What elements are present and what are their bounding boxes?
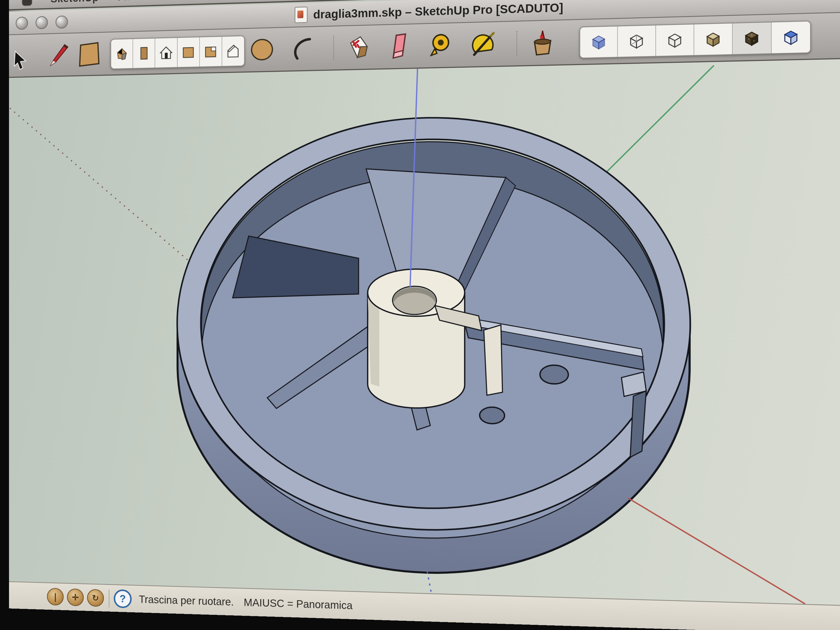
component-icon (346, 33, 371, 62)
eraser-icon (388, 32, 412, 60)
view-right-button[interactable] (177, 37, 200, 67)
window-title: draglia3mm.skp – SketchUp Pro [SCADUTO] (313, 0, 563, 21)
model-3d-scene (9, 58, 840, 606)
model-viewport[interactable] (9, 58, 840, 606)
mouse-cursor (13, 50, 28, 72)
shaded-style-icon (704, 30, 722, 48)
sketchup-document-icon (295, 6, 308, 23)
floor-hole-small (480, 407, 505, 424)
textured-style-icon (743, 29, 761, 47)
rectangle-icon (77, 41, 101, 67)
circle-tool-button[interactable] (249, 35, 274, 64)
hub-keyway-step (484, 325, 503, 396)
front-view-icon (158, 45, 174, 61)
apple-menu-icon[interactable] (22, 0, 32, 6)
circle-icon (249, 36, 274, 63)
status-indicator-3[interactable]: ↻ (87, 589, 104, 607)
statusbar-divider (109, 589, 109, 607)
xray-style-icon (590, 33, 608, 51)
floor-hole-large (540, 365, 568, 384)
view-top-button[interactable] (133, 39, 155, 68)
status-hint-shift: MAIUSC = Panoramica (244, 596, 352, 612)
left-view-icon (226, 43, 241, 59)
top-view-icon (136, 45, 151, 61)
arc-icon (291, 35, 316, 62)
face-style-hidden-line-button[interactable] (656, 24, 694, 56)
protractor-icon (471, 30, 496, 59)
back-view-icon (203, 44, 218, 60)
photo-frame: SketchUp File Modifica Visualizza dragli… (0, 0, 840, 630)
red-axis-negative (10, 104, 205, 276)
monochrome-style-icon (782, 28, 800, 46)
status-indicator-1[interactable]: ❘ (47, 588, 64, 606)
face-style-wireframe-button[interactable] (618, 25, 656, 57)
wireframe-style-icon (628, 32, 645, 50)
iso-view-icon (114, 46, 129, 62)
arc-tool-button[interactable] (291, 34, 316, 63)
view-iso-button[interactable] (111, 39, 133, 69)
sketchup-window: SketchUp File Modifica Visualizza dragli… (9, 0, 840, 630)
make-component-tool-button[interactable] (346, 33, 371, 62)
protractor-tool-button[interactable] (471, 29, 496, 59)
tape-measure-icon (427, 31, 453, 60)
face-style-monochrome-button[interactable] (772, 21, 810, 53)
toolbar-separator (333, 36, 334, 60)
paint-bucket-tool-button[interactable] (529, 28, 556, 58)
view-front-button[interactable] (155, 38, 177, 68)
menu-file[interactable]: File (118, 0, 136, 3)
view-back-button[interactable] (200, 37, 222, 67)
menu-modifica[interactable]: Modifica (155, 0, 199, 2)
help-icon[interactable]: ? (114, 589, 131, 608)
status-hint-drag: Trascina per ruotare. (139, 593, 234, 608)
eraser-tool-button[interactable] (388, 32, 413, 61)
right-view-icon (181, 44, 196, 60)
face-style-shaded-button[interactable] (694, 24, 733, 55)
hidden-line-style-icon (666, 32, 684, 49)
line-tool-button[interactable] (47, 40, 71, 69)
paint-bucket-icon (529, 28, 556, 58)
face-style-xray-button[interactable] (580, 27, 618, 58)
views-toolbar-group (111, 36, 245, 69)
view-left-button[interactable] (222, 36, 244, 66)
tape-measure-tool-button[interactable] (427, 30, 453, 60)
status-indicator-2[interactable]: ✛ (67, 588, 84, 606)
menu-sketchup[interactable]: SketchUp (51, 0, 99, 5)
blue-axis-negative (427, 571, 431, 593)
rectangle-tool-button[interactable] (77, 39, 101, 68)
face-styles-toolbar-group (579, 21, 811, 58)
pencil-icon (47, 41, 70, 68)
red-axis (628, 498, 805, 604)
face-style-textured-button[interactable] (733, 22, 772, 54)
toolbar-separator (516, 31, 517, 56)
